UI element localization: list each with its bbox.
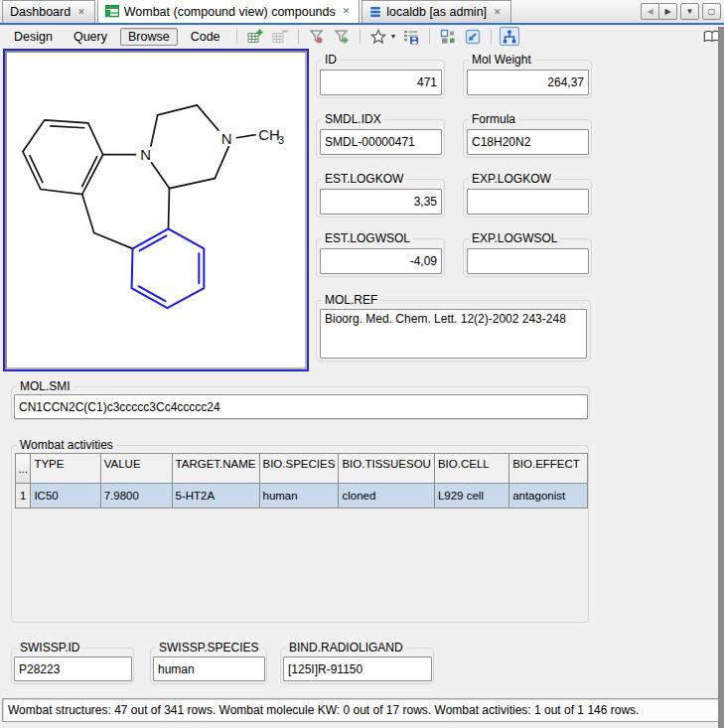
column-header[interactable]: BIO.SPECIES <box>259 454 339 484</box>
field-bind-radioligand-label: BIND.RADIOLIGAND <box>286 641 406 655</box>
field-exp-logkow: EXP.LOGKOW <box>463 179 592 218</box>
field-exp-logkow-label: EXP.LOGKOW <box>469 172 554 186</box>
tab-list-dropdown-button[interactable]: ▼ <box>680 3 699 20</box>
field-est-logkow: EST.LOGKOW <box>316 179 445 218</box>
cell-type[interactable]: IC50 <box>31 484 100 509</box>
separator <box>360 29 361 44</box>
add-row-icon[interactable] <box>245 27 265 46</box>
structure-canvas[interactable]: N N CH 3 <box>5 51 307 369</box>
remove-row-icon[interactable] <box>270 27 290 46</box>
field-est-logkow-label: EST.LOGKOW <box>322 172 406 186</box>
field-mol-ref-input[interactable]: Bioorg. Med. Chem. Lett. 12(2)-2002 243-… <box>320 309 587 359</box>
maximize-button[interactable]: ▢ <box>702 3 721 20</box>
field-smdl-idx-input[interactable] <box>320 129 442 155</box>
field-smdl-idx: SMDL.IDX <box>316 119 445 158</box>
separator <box>298 29 299 44</box>
column-header[interactable]: TYPE <box>31 454 100 484</box>
row-number[interactable]: 1 <box>16 484 31 509</box>
cell-value[interactable]: 7.9800 <box>100 484 172 509</box>
close-icon[interactable]: ✕ <box>492 7 504 18</box>
window-edge <box>718 27 724 728</box>
column-header[interactable]: BIO.EFFECT <box>509 454 588 484</box>
field-mol-weight-label: Mol Weight <box>469 53 534 67</box>
design-button[interactable]: Design <box>6 28 61 46</box>
browse-button[interactable]: Browse <box>120 28 178 46</box>
field-formula-label: Formula <box>469 112 518 126</box>
field-swissp-species-input[interactable] <box>153 656 265 681</box>
tab-navigation: ◀ ▶ ▼ ▢ <box>641 3 724 20</box>
field-swissp-species: SWISSP.SPECIES <box>150 648 267 684</box>
scroll-right-button[interactable]: ▶ <box>658 3 677 20</box>
field-est-logwsol: EST.LOGWSOL <box>316 238 445 277</box>
tab-dashboard[interactable]: Dashboard ✕ <box>2 0 95 23</box>
field-smdl-idx-label: SMDL.IDX <box>322 112 384 126</box>
close-icon[interactable]: ✕ <box>341 6 353 17</box>
column-header[interactable]: VALUE <box>100 454 172 484</box>
field-est-logkow-input[interactable] <box>320 189 442 215</box>
field-exp-logwsol-input[interactable] <box>467 248 589 274</box>
field-formula-input[interactable] <box>467 129 589 155</box>
status-text: Wombat structures: 47 out of 341 rows. W… <box>8 703 639 717</box>
save-list-icon[interactable] <box>401 27 421 46</box>
tab-localdb-label: localdb [as admin] <box>386 5 487 19</box>
close-icon[interactable]: ✕ <box>75 7 87 18</box>
tab-dashboard-label: Dashboard <box>10 5 71 19</box>
field-swissp-id-label: SWISSP.ID <box>17 641 82 655</box>
cell-bio-effect[interactable]: antagonist <box>509 484 588 509</box>
filter-add-icon[interactable] <box>332 27 352 46</box>
separator <box>429 29 430 44</box>
field-exp-logwsol: EXP.LOGWSOL <box>463 238 592 277</box>
tab-localdb[interactable]: localdb [as admin] ✕ <box>362 0 510 23</box>
column-header[interactable]: BIO.CELL <box>434 454 508 484</box>
cell-bio-cell[interactable]: L929 cell <box>434 484 508 509</box>
wombat-activities-label: Wombat activities <box>17 438 116 452</box>
tab-wombat-label: Wombat (compound view) compounds <box>124 5 336 19</box>
separator <box>236 29 237 44</box>
field-est-logwsol-input[interactable] <box>320 248 442 274</box>
field-swissp-id-input[interactable] <box>14 656 132 681</box>
tab-wombat-compounds[interactable]: Wombat (compound view) compounds ✕ <box>97 0 361 23</box>
field-id-input[interactable] <box>320 70 442 95</box>
table-settings-button[interactable]: ... <box>16 454 31 484</box>
toolbar: Design Query Browse Code ▼ <box>0 27 724 48</box>
field-mol-ref-label: MOL.REF <box>322 293 380 307</box>
atom-label-n2: N <box>221 130 232 147</box>
methyl-label: CH <box>258 126 280 143</box>
widgets-icon[interactable] <box>438 27 458 46</box>
field-bind-radioligand: BIND.RADIOLIGAND <box>280 648 434 684</box>
field-formula: Formula <box>463 119 592 158</box>
wombat-activities-table[interactable]: ... TYPE VALUE TARGET.NAME BIO.SPECIES B… <box>15 453 588 509</box>
field-swissp-species-label: SWISSP.SPECIES <box>156 641 261 655</box>
cell-bio-species[interactable]: human <box>259 484 339 509</box>
field-mol-smi-label: MOL.SMI <box>17 379 73 393</box>
molecule-structure: N N CH 3 <box>7 53 305 367</box>
tab-bar: Dashboard ✕ Wombat (compound view) compo… <box>0 0 724 25</box>
field-exp-logkow-input[interactable] <box>467 189 589 215</box>
cell-target-name[interactable]: 5-HT2A <box>172 484 259 509</box>
separator <box>491 29 492 44</box>
favorites-dropdown-icon[interactable]: ▼ <box>390 33 397 40</box>
filter-result-icon[interactable] <box>307 27 327 46</box>
scroll-left-button[interactable]: ◀ <box>641 3 658 20</box>
field-mol-weight-input[interactable] <box>467 70 589 95</box>
form-view: N N CH 3 ID Mol Weight SMDL.IDX Formula <box>0 46 724 728</box>
favorites-icon[interactable] <box>368 27 388 46</box>
code-button[interactable]: Code <box>183 28 228 46</box>
table-row[interactable]: 1 IC50 7.9800 5-HT2A human cloned L929 c… <box>16 484 588 509</box>
database-blue-icon <box>369 6 381 18</box>
field-mol-weight: Mol Weight <box>463 60 592 98</box>
grid-view-green-icon <box>105 5 119 18</box>
field-mol-smi-input[interactable] <box>14 394 588 419</box>
methyl-subscript: 3 <box>278 134 284 146</box>
field-id-label: ID <box>322 53 340 67</box>
field-bind-radioligand-input[interactable] <box>283 656 432 681</box>
wombat-activities-group: Wombat activities ... TYPE VALUE TARGET.… <box>11 445 589 623</box>
field-exp-logwsol-label: EXP.LOGWSOL <box>469 231 560 245</box>
cell-bio-tissuesource[interactable]: cloned <box>339 484 434 509</box>
hierarchy-icon[interactable] <box>500 27 519 46</box>
column-header[interactable]: TARGET.NAME <box>172 454 259 484</box>
column-header[interactable]: BIO.TISSUESOU <box>339 454 434 484</box>
structure-panel[interactable]: N N CH 3 <box>3 49 309 371</box>
query-button[interactable]: Query <box>66 28 115 46</box>
resize-icon[interactable] <box>463 27 483 46</box>
